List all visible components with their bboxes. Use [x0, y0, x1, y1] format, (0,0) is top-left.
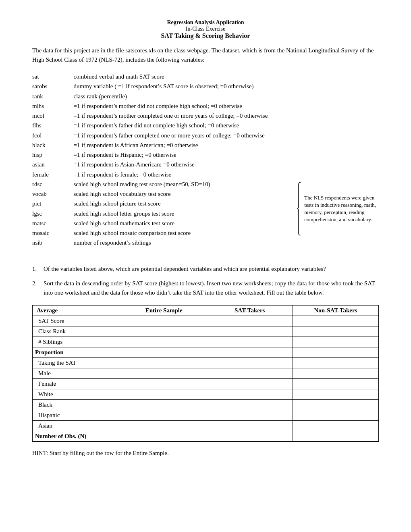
table-header-row: Average Entire Sample SAT-Takers Non-SAT… [33, 305, 379, 316]
question-1-text: Of the variables listed above, which are… [44, 264, 379, 274]
question-1-num: 1. [32, 264, 44, 274]
variable-row: mlhs=1 if respondent’s mother did not co… [32, 102, 379, 111]
table-cell-empty [207, 326, 293, 337]
table-cell-empty [207, 337, 293, 347]
variables-section: satcombined verbal and math SAT scoresat… [32, 72, 379, 256]
table-cell-empty [293, 337, 378, 347]
variable-name: asian [32, 160, 74, 170]
table-cell-empty [207, 316, 293, 326]
table-row: Asian [33, 421, 379, 431]
variable-row: rdscscaled high school reading test scor… [32, 180, 379, 189]
row-label: Hispanic [33, 410, 121, 421]
variable-row: mcol=1 if respondent’s mother completed … [32, 111, 379, 121]
table-cell-empty [121, 400, 207, 410]
table-cell-empty [121, 389, 207, 400]
table-cell-empty [293, 326, 378, 337]
row-label: Number of Obs. (N) [33, 431, 121, 442]
variable-row: rankclass rank (percentile) [32, 92, 379, 102]
table-cell-empty [207, 410, 293, 421]
header-line3: SAT Taking & Scoring Behavior [32, 32, 379, 39]
table-row: Hispanic [33, 410, 379, 421]
table-cell-empty [207, 379, 293, 389]
variable-name: mcol [32, 111, 74, 121]
table-row: SAT Score [33, 316, 379, 326]
table-cell-empty [293, 316, 378, 326]
variable-name: mosaic [32, 229, 74, 238]
row-label: Taking the SAT [33, 358, 121, 368]
variable-row: satobsdummy variable ( =1 if respondent’… [32, 82, 379, 91]
table-cell-empty [121, 431, 207, 442]
table-cell-empty [293, 358, 378, 368]
table-cell-empty [293, 421, 378, 431]
variable-description: dummy variable ( =1 if respondent’s SAT … [74, 82, 294, 91]
table-cell-empty [207, 368, 293, 379]
table-row: Proportion [33, 347, 379, 358]
row-label: White [33, 389, 121, 400]
variable-description: =1 if respondent is Hispanic; =0 otherwi… [74, 150, 294, 160]
variable-row: asian=1 if respondent is Asian-American;… [32, 160, 379, 170]
table-cell-empty [121, 347, 207, 358]
table-row: Female [33, 379, 379, 389]
data-table-wrapper: Average Entire Sample SAT-Takers Non-SAT… [32, 305, 379, 442]
table-cell-empty [121, 421, 207, 431]
variable-description: scaled high school reading test score (m… [74, 180, 294, 189]
variable-description: =1 if respondent’s mother completed one … [74, 111, 294, 121]
table-row: Number of Obs. (N) [33, 431, 379, 442]
variable-name: rdsc [32, 180, 74, 189]
variable-description: class rank (percentile) [74, 92, 294, 102]
question-2-num: 2. [32, 279, 44, 297]
variable-description: =1 if respondent’s mother did not comple… [74, 102, 294, 111]
header-line1: Regression Analysis Application [32, 19, 379, 26]
variable-name: lgsc [32, 209, 74, 219]
col-header-entire: Entire Sample [121, 305, 207, 316]
table-cell-empty [293, 347, 378, 358]
variable-name: vocab [32, 189, 74, 199]
variable-description: scaled high school mathematics test scor… [74, 219, 294, 229]
variable-row: satcombined verbal and math SAT score [32, 72, 379, 82]
header-line2: In-Class Exercise [32, 26, 379, 32]
variables-table: satcombined verbal and math SAT scoresat… [32, 72, 379, 248]
variable-description: scaled high school vocabulary test score [74, 189, 294, 199]
table-cell-empty [293, 379, 378, 389]
variable-description: =1 if respondent’s father did not comple… [74, 121, 294, 131]
table-cell-empty [293, 389, 378, 400]
variable-name: black [32, 141, 74, 150]
variable-row: hisp=1 if respondent is Hispanic; =0 oth… [32, 150, 379, 160]
variable-description: scaled high school picture test score [74, 199, 294, 209]
variable-description: =1 if respondent’s father completed one … [74, 131, 294, 141]
variable-name: matsc [32, 219, 74, 229]
col-header-sat-takers: SAT-Takers [207, 305, 293, 316]
table-cell-empty [293, 400, 378, 410]
row-label: Asian [33, 421, 121, 431]
table-cell-empty [121, 358, 207, 368]
table-cell-empty [121, 410, 207, 421]
variable-name: sat [32, 72, 74, 82]
row-label: Male [33, 368, 121, 379]
table-row: Class Rank [33, 326, 379, 337]
table-cell-empty [293, 368, 378, 379]
side-note-cell: The NLS respondents were given tests in … [294, 180, 379, 239]
table-row: Black [33, 400, 379, 410]
variable-name: mlhs [32, 102, 74, 111]
table-cell-empty [121, 337, 207, 347]
variable-name: fcol [32, 131, 74, 141]
table-cell-empty [121, 379, 207, 389]
table-cell-empty [207, 431, 293, 442]
table-cell-empty [121, 326, 207, 337]
table-row: Male [33, 368, 379, 379]
variable-name: flhs [32, 121, 74, 131]
variable-name: nsib [32, 238, 74, 248]
questions-section: 1. Of the variables listed above, which … [32, 264, 379, 297]
variable-row: nsibnumber of respondent’s siblings [32, 238, 379, 248]
row-label: SAT Score [33, 316, 121, 326]
data-table: Average Entire Sample SAT-Takers Non-SAT… [32, 305, 379, 442]
variable-description: =1 if respondent is Asian-American; =0 o… [74, 160, 294, 170]
variable-description: scaled high school letter groups test sc… [74, 209, 294, 219]
variable-description: =1 if respondent is female; =0 otherwise [74, 170, 294, 180]
variable-name: pict [32, 199, 74, 209]
row-label: # Siblings [33, 337, 121, 347]
col-header-non-sat-takers: Non-SAT-Takers [293, 305, 378, 316]
variable-description: number of respondent’s siblings [74, 238, 294, 248]
question-1: 1. Of the variables listed above, which … [32, 264, 379, 274]
table-cell-empty [121, 368, 207, 379]
